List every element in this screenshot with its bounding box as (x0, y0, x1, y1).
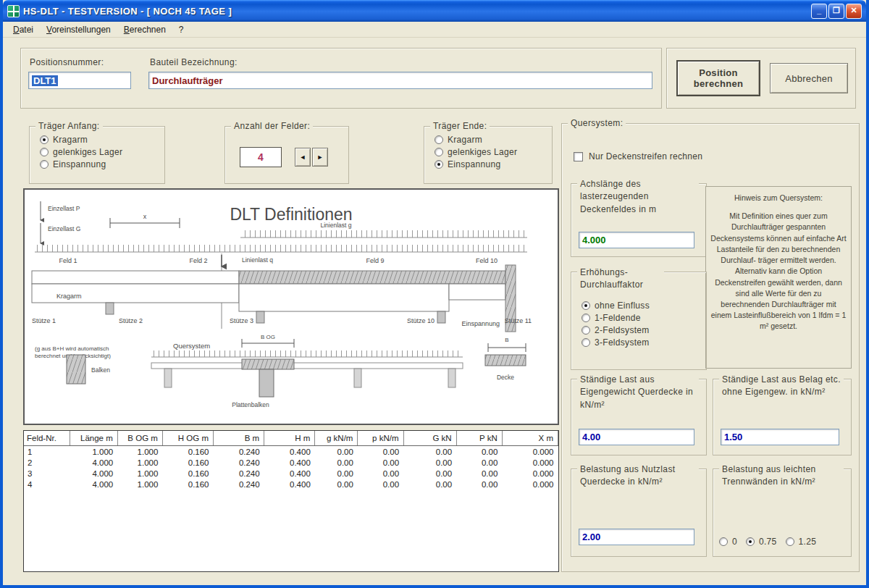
menu-hilfe[interactable]: ? (173, 23, 190, 36)
menu-voreinstellungen[interactable]: Voreinstellungen (41, 23, 117, 36)
anzahl-felder-input[interactable]: 4 (240, 147, 282, 167)
radio-ende-gelenkiges-lager[interactable]: gelenkiges Lager (434, 147, 517, 157)
radio-trennwand-125[interactable]: 1.25 (786, 537, 817, 547)
position-label: Positionsnummer: (30, 57, 104, 67)
table-cell[interactable]: 1.000 (117, 479, 162, 490)
abbrechen-button[interactable]: Abbrechen (770, 63, 848, 93)
table-cell[interactable]: 4.000 (70, 457, 117, 468)
radio-2-feldsystem[interactable]: 2-Feldsystem (582, 325, 650, 335)
radio-ende-einspannung[interactable]: Einspannung (434, 159, 517, 169)
table-cell[interactable]: 0.160 (162, 479, 213, 490)
table-cell[interactable]: 0.000 (502, 445, 558, 457)
table-cell[interactable]: 0.00 (315, 445, 358, 457)
radio-ohne-einfluss[interactable]: ohne Einfluss (582, 301, 650, 311)
table-cell[interactable]: 0.00 (456, 468, 502, 479)
table-cell[interactable]: 0.00 (358, 479, 403, 490)
table-cell[interactable]: 0.00 (403, 445, 456, 457)
table-cell[interactable]: 0.00 (403, 457, 456, 468)
stuetze-2-label: Stütze 2 (119, 317, 143, 324)
table-cell[interactable]: 0.000 (502, 479, 558, 490)
radio-ende-kragarm[interactable]: Kragarm (434, 135, 517, 145)
minimize-button[interactable]: _ (811, 4, 827, 19)
nutzlast-input[interactable]: 2.00 (579, 529, 694, 545)
column-header: G kN (403, 431, 456, 445)
radio-trennwand-0[interactable]: 0 (719, 537, 737, 547)
table-cell[interactable]: 0.160 (162, 445, 213, 457)
table-cell[interactable]: 0.160 (162, 468, 213, 479)
close-button[interactable]: ✕ (846, 4, 862, 19)
table-cell[interactable]: 4.000 (70, 479, 117, 490)
table-cell[interactable]: 0.00 (456, 457, 502, 468)
table-cell[interactable]: 0.400 (264, 479, 315, 490)
table-cell[interactable]: 0.240 (214, 468, 264, 479)
spinner-up-button[interactable]: ► (312, 148, 328, 167)
staendige-eigengewicht-input[interactable]: 4.00 (579, 429, 694, 445)
felder-table: Feld-Nr.Länge mB OG mH OG mB mH mg kN/mp… (24, 431, 558, 490)
maximize-button[interactable]: ❐ (828, 4, 844, 19)
table-cell[interactable]: 0.400 (264, 445, 315, 457)
table-cell[interactable]: 1.000 (70, 445, 117, 457)
table-cell[interactable]: 4 (24, 479, 70, 490)
traeger-anfang-title: Träger Anfang: (35, 121, 103, 131)
linienlast-g-label: Linienlast g (320, 222, 351, 229)
feld-9-label: Feld 9 (366, 257, 384, 264)
deckenstreifen-checkbox-row[interactable]: Nur Deckenstreifen rechnen (574, 151, 702, 161)
menu-datei[interactable]: Datei (7, 23, 39, 36)
table-cell[interactable]: 1.000 (117, 445, 162, 457)
table-cell[interactable]: 0.00 (456, 445, 502, 457)
app-window: HS-DLT - TESTVERSION - [ NOCH 45 TAGE ] … (0, 0, 869, 588)
table-cell[interactable]: 0.240 (214, 457, 264, 468)
traeger-ende-title: Träger Ende: (430, 121, 490, 131)
radio-3-feldsystem[interactable]: 3-Feldsystem (582, 337, 650, 348)
decke-label: Decke (497, 374, 514, 381)
table-cell[interactable]: 0.000 (502, 457, 558, 468)
table-cell[interactable]: 0.00 (456, 479, 502, 490)
radio-1-feldende[interactable]: 1-Feldende (582, 313, 650, 323)
table-cell[interactable]: 1.000 (117, 457, 162, 468)
table-cell[interactable]: 0.240 (214, 479, 264, 490)
table-row: 34.0001.0000.1600.2400.4000.000.000.000.… (24, 468, 558, 479)
dlt-diagram-svg: DLT Definitionen Einzellast P Einzellast… (25, 190, 558, 424)
spinner-down-button[interactable]: ◄ (295, 148, 311, 167)
titlebar: HS-DLT - TESTVERSION - [ NOCH 45 TAGE ] … (3, 0, 866, 22)
position-berechnen-button[interactable]: Position berechnen (676, 60, 760, 96)
bauteil-input[interactable]: Durchlaufträger (148, 72, 652, 89)
staendige-belag-title: Ständige Last aus Belag etc. ohne Eigeng… (719, 374, 844, 399)
radio-trennwand-075[interactable]: 0.75 (746, 537, 777, 547)
radio-anfang-einspannung[interactable]: Einspannung (40, 159, 122, 169)
radio-anfang-kragarm[interactable]: Kragarm (40, 135, 122, 145)
diagram-note-line1: (g aus B+H wird automatisch (35, 345, 109, 352)
table-cell[interactable]: 0.00 (403, 468, 456, 479)
table-cell[interactable]: 3 (24, 468, 70, 479)
feld-1-label: Feld 1 (59, 257, 77, 264)
table-cell[interactable]: 0.00 (315, 468, 358, 479)
quersystem-title: Quersystem: (568, 118, 626, 128)
table-cell[interactable]: 0.000 (502, 468, 558, 479)
traeger-anfang-group: Träger Anfang: Kragarm gelenkiges Lager … (29, 126, 165, 184)
radio-anfang-gelenkiges-lager[interactable]: gelenkiges Lager (40, 147, 122, 157)
table-cell[interactable]: 0.00 (358, 445, 403, 457)
table-cell[interactable]: 0.400 (264, 457, 315, 468)
table-cell[interactable]: 0.160 (162, 457, 213, 468)
dlt-diagram: DLT Definitionen Einzellast P Einzellast… (23, 188, 559, 425)
table-cell[interactable]: 0.00 (358, 457, 403, 468)
menu-berechnen[interactable]: Berechnen (118, 23, 172, 36)
table-cell[interactable]: 0.400 (264, 468, 315, 479)
quersystem-diagram-label: Quersystem (173, 342, 210, 350)
table-cell[interactable]: 1 (24, 445, 70, 457)
position-input[interactable]: DLT1 (28, 72, 131, 89)
hinweis-text: Mit Definition eines quer zum Durchlauft… (710, 211, 847, 332)
einzellast-g-label: Einzellast G (48, 225, 80, 232)
table-cell[interactable]: 4.000 (70, 468, 117, 479)
staendige-belag-input[interactable]: 1.50 (721, 429, 839, 445)
table-cell[interactable]: 0.00 (315, 457, 358, 468)
table-cell[interactable]: 1.000 (117, 468, 162, 479)
table-cell[interactable]: 2 (24, 457, 70, 468)
table-cell[interactable]: 0.00 (358, 468, 403, 479)
client-area: Positionsnummer: DLT1 Bauteil Bezeichnun… (3, 38, 866, 585)
table-cell[interactable]: 0.00 (403, 479, 456, 490)
table-header-row: Feld-Nr.Länge mB OG mH OG mB mH mg kN/mp… (24, 431, 558, 445)
achslaenge-input[interactable]: 4.000 (579, 232, 694, 248)
table-cell[interactable]: 0.00 (315, 479, 358, 490)
table-cell[interactable]: 0.240 (214, 445, 264, 457)
